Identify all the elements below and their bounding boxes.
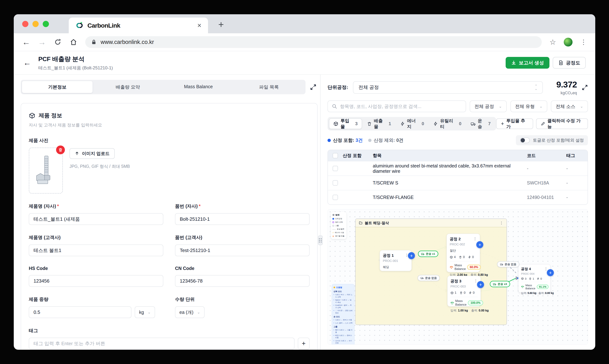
chip-transport[interactable]: 운송 7 <box>467 118 495 129</box>
expand-panel-icon[interactable] <box>310 84 318 91</box>
back-icon[interactable]: ← <box>22 38 30 46</box>
tab-close-icon[interactable]: × <box>197 22 201 29</box>
tab-file-list[interactable]: 파일 목록 <box>234 81 304 93</box>
table-row[interactable]: aluminium around steel bi-metal stranded… <box>328 161 588 176</box>
chip-inputs[interactable]: 투입물 3 <box>329 118 362 129</box>
legend-panel: 범례 단위공정 멀티 선택 그룹 —→운송/물류 ⚡에너지 사용 🗑폐기물 배출 <box>331 212 346 239</box>
edge-no-transport-badge[interactable]: 운송 없음 <box>417 275 440 281</box>
chip-energy[interactable]: 에너지 0 <box>396 118 428 129</box>
unit-process-select[interactable]: 전체 공정 ⌃⌄ <box>353 81 543 94</box>
maximize-window-button[interactable] <box>43 21 49 27</box>
field-label: HS Code <box>29 266 163 271</box>
chip-utility[interactable]: 유틸리티 0 <box>429 118 465 129</box>
process-flow-canvas[interactable]: 범례 단위공정 멀티 선택 그룹 —→운송/물류 ⚡에너지 사용 🗑폐기물 배출 <box>328 209 588 345</box>
quantity-unit-select[interactable]: ea (개) ⌄ <box>175 306 205 318</box>
weight-unit-select[interactable]: kg ⌄ <box>135 306 155 318</box>
field-label: CN Code <box>175 266 310 271</box>
tag-input[interactable] <box>29 338 294 349</box>
edge-transport-badge[interactable]: 운송 x1 <box>418 251 438 257</box>
forward-icon[interactable]: → <box>38 38 46 46</box>
add-connection-button[interactable]: + <box>547 269 554 276</box>
node-menu-icon[interactable]: ⋮ <box>544 267 548 271</box>
edit-hint-button[interactable]: 클릭하여 수정 가능 <box>536 118 588 129</box>
node-menu-icon[interactable]: ⋮ <box>473 236 477 241</box>
item-search-input[interactable] <box>340 104 462 109</box>
trash-icon <box>58 148 63 152</box>
browser-tab[interactable]: CarbonLink × <box>69 18 208 33</box>
process-map-label: 공정도 <box>566 60 580 66</box>
detail-tabs: 기본정보 배출량 요약 Mass Balance 파일 목록 <box>21 80 305 94</box>
panel-resize-handle[interactable] <box>318 235 323 245</box>
toggle-hint-label: 토글로 산정 포함/제외 설정 <box>533 137 584 143</box>
edge-no-transport-badge[interactable]: 운송 없음 <box>497 261 519 267</box>
profile-avatar[interactable] <box>564 38 572 47</box>
tab-emission-summary[interactable]: 배출량 요약 <box>93 81 163 93</box>
process-node-1[interactable]: 공정 1 ⋮ PROC-001 헤딩 + <box>380 250 412 271</box>
chevron-down-icon: ⌄ <box>148 310 151 314</box>
process-node-4[interactable]: 공정 4 ⋮ PROC-004 3 1 0 Mass Balance 91.1% <box>518 264 551 293</box>
lock-icon <box>91 39 97 45</box>
group-menu-icon[interactable]: ⋮ <box>499 221 503 225</box>
chevron-down-icon: ⌄ <box>580 104 583 108</box>
pencil-icon <box>541 121 545 126</box>
process-map-button[interactable]: 공정도 <box>553 57 586 69</box>
select-all-checkbox[interactable] <box>333 153 338 158</box>
process-node-3[interactable]: 공정 3 ⋮ PROC-003 1 0 0 Mass Balance 100.0… <box>447 276 481 307</box>
product-name-customer-input[interactable] <box>29 245 163 256</box>
delete-photo-button[interactable] <box>56 145 65 154</box>
generate-report-label: 보고서 생성 <box>519 60 544 66</box>
add-connection-button[interactable]: + <box>477 281 484 288</box>
plus-icon: + <box>501 121 504 127</box>
truck-icon <box>471 121 476 126</box>
product-info-card: 제품 정보 자사 및 고객사 제품 정보를 입력하세요 제품 사진 <box>21 103 318 350</box>
toggle-mode-hint[interactable]: 토글로 산정 포함/제외 설정 <box>516 135 588 145</box>
reload-icon[interactable] <box>54 38 62 46</box>
close-window-button[interactable] <box>22 21 28 27</box>
part-number-own-input[interactable] <box>175 213 310 225</box>
product-name-own-input[interactable] <box>29 213 163 225</box>
filter-process-select[interactable]: 전체 공정 ⌄ <box>470 101 507 112</box>
weight-input[interactable] <box>29 306 131 318</box>
minimize-window-button[interactable] <box>32 21 39 27</box>
product-section-title: 제품 정보 <box>39 112 62 119</box>
chip-outputs[interactable]: 배출물 1 <box>363 118 395 129</box>
mode-toggle[interactable] <box>520 137 530 143</box>
browser-menu-icon[interactable]: ⋮ <box>580 38 587 46</box>
filter-type-select[interactable]: 전체 유형 ⌄ <box>510 101 547 112</box>
address-bar[interactable]: www.carbonlink.co.kr <box>85 36 542 48</box>
add-tag-button[interactable]: + <box>298 338 310 349</box>
mass-balance-badge: 60.0% <box>467 265 481 270</box>
add-connection-button[interactable]: + <box>476 241 483 248</box>
edge-transport-badge[interactable]: 운송 x3 <box>490 281 510 287</box>
new-tab-button[interactable]: + <box>218 19 224 30</box>
node-menu-icon[interactable]: ⋮ <box>474 279 478 283</box>
row-checkbox[interactable] <box>333 166 338 171</box>
page-back-icon[interactable]: ← <box>23 58 31 67</box>
part-number-customer-input[interactable] <box>175 245 310 256</box>
lightbulb-icon <box>333 286 335 288</box>
process-node-2[interactable]: 공정 2 ⋮ PROC-002 절단 4 0 0 Mass Balance 60 <box>447 234 480 272</box>
item-search[interactable] <box>328 101 466 112</box>
product-photo[interactable] <box>29 147 63 194</box>
generate-report-button[interactable]: 보고서 생성 <box>506 57 549 69</box>
bookmark-star-icon[interactable]: ☆ <box>549 38 556 46</box>
process-group-header[interactable]: 볼트 헤딩-절삭 ⋮ <box>356 219 507 227</box>
upload-image-button[interactable]: 이미지 업로드 <box>69 148 115 159</box>
trash-icon <box>459 256 462 259</box>
filter-source-select[interactable]: 전체 소스 ⌄ <box>551 101 588 112</box>
panel-divider <box>318 75 322 350</box>
row-checkbox[interactable] <box>333 195 338 200</box>
add-input-button[interactable]: + 투입물 추가 <box>496 118 533 129</box>
row-checkbox[interactable] <box>333 180 338 186</box>
tab-basic-info[interactable]: 기본정보 <box>22 81 93 93</box>
table-row[interactable]: T/SCREW S SWCH18A - <box>328 176 588 190</box>
cn-code-input[interactable] <box>175 275 310 287</box>
total-emissions: 9.372 kgCO₂eq <box>548 79 577 95</box>
chip-count: 3 <box>355 121 358 126</box>
table-row[interactable]: T/SCREW-FLANGE 12490-04101 - <box>328 190 588 204</box>
expand-emissions-icon[interactable] <box>582 84 588 91</box>
tab-mass-balance[interactable]: Mass Balance <box>163 81 234 93</box>
hs-code-input[interactable] <box>29 275 163 287</box>
home-icon[interactable] <box>69 38 78 46</box>
add-connection-button[interactable]: + <box>408 252 415 259</box>
